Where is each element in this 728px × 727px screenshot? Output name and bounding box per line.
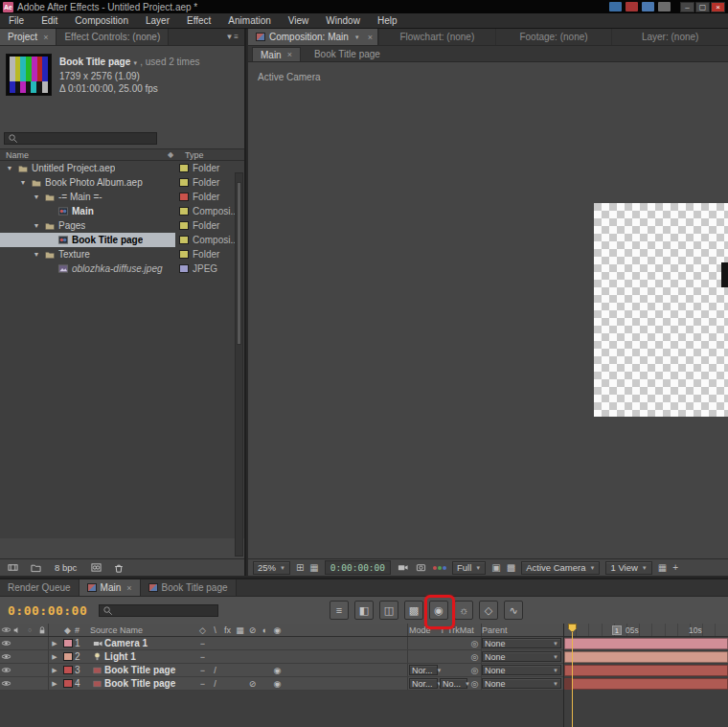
expander-icon[interactable]: ▼ bbox=[18, 179, 28, 186]
current-time-indicator[interactable] bbox=[572, 624, 573, 727]
transparent-canvas[interactable] bbox=[594, 203, 728, 417]
chevron-down-icon[interactable]: ▼ bbox=[354, 34, 360, 40]
project-item-row[interactable]: ▼Pages Folder bbox=[0, 218, 244, 233]
region-of-interest-icon[interactable]: ▣ bbox=[491, 563, 500, 573]
new-composition-icon[interactable] bbox=[88, 562, 103, 573]
expander-icon[interactable]: ▶ bbox=[49, 653, 60, 661]
project-item-row[interactable]: ▼Book Photo Album.aep Folder bbox=[0, 175, 244, 190]
layer-name[interactable]: Light 1 bbox=[104, 651, 196, 662]
chevron-down-icon[interactable]: ▼ bbox=[132, 60, 138, 66]
label-chip[interactable] bbox=[179, 250, 189, 259]
tab-timeline-book[interactable]: Book Title page bbox=[141, 579, 237, 596]
menu-layer[interactable]: Layer bbox=[137, 15, 178, 26]
eye-toggle[interactable] bbox=[0, 651, 12, 662]
snapshot-icon[interactable] bbox=[397, 562, 409, 573]
blend-mode-dropdown[interactable]: Nor...▼ bbox=[409, 678, 438, 689]
label-chip[interactable] bbox=[179, 264, 189, 273]
collapse-switch[interactable]: − bbox=[196, 679, 209, 689]
close-icon[interactable]: × bbox=[126, 583, 131, 593]
frame-blending-button[interactable]: ▩ bbox=[404, 601, 423, 620]
layer-row[interactable]: ▶ 1 Camera 1 − ◎ None▼ bbox=[0, 637, 563, 650]
menu-composition[interactable]: Composition bbox=[66, 15, 137, 26]
pickwhip-icon[interactable]: ◎ bbox=[468, 679, 481, 689]
label-column-icon[interactable]: ◆ bbox=[168, 150, 185, 159]
close-icon[interactable]: × bbox=[368, 33, 373, 42]
graph-editor-button[interactable]: ∿ bbox=[504, 601, 523, 620]
project-scrollbar[interactable] bbox=[235, 172, 243, 557]
fast-preview-icon[interactable]: + bbox=[672, 563, 678, 573]
pickwhip-icon[interactable]: ◎ bbox=[468, 639, 481, 648]
maximize-button[interactable]: ▢ bbox=[695, 2, 710, 12]
pickwhip-icon[interactable]: ◎ bbox=[468, 652, 481, 662]
transparency-grid-icon[interactable]: ▩ bbox=[507, 563, 515, 573]
parent-dropdown[interactable]: None▼ bbox=[482, 665, 561, 675]
layer-duration-bar[interactable] bbox=[564, 651, 728, 663]
label-chip[interactable] bbox=[179, 236, 189, 244]
layer-name[interactable]: Book Title page bbox=[104, 665, 196, 675]
tab-render-queue[interactable]: Render Queue bbox=[0, 579, 80, 596]
expander-icon[interactable]: ▶ bbox=[49, 667, 60, 674]
expander-icon[interactable]: ▼ bbox=[32, 193, 41, 200]
column-source-name[interactable]: Source Name bbox=[90, 625, 196, 635]
minimize-button[interactable]: – bbox=[680, 2, 694, 12]
lock-toggle[interactable] bbox=[35, 677, 49, 690]
layer-row[interactable]: ▶ 2 Light 1 − ◎ None▼ bbox=[0, 650, 563, 664]
project-item-row[interactable]: Main Composi... bbox=[0, 204, 244, 218]
eye-toggle[interactable] bbox=[0, 678, 12, 689]
hide-shy-layers-button[interactable]: ◫ bbox=[379, 601, 398, 620]
quality-switch[interactable]: / bbox=[209, 666, 221, 675]
layer-name[interactable]: Camera 1 bbox=[104, 638, 196, 648]
project-search-input[interactable] bbox=[4, 132, 157, 145]
camera-view-dropdown[interactable]: Active Camera▼ bbox=[521, 561, 600, 575]
layer-column-headers[interactable]: ○ ◆ # Source Name ◇ \ fx ▦ ⊘ ◐ ◉ bbox=[0, 624, 563, 637]
track-matte-dropdown[interactable]: No...▼ bbox=[440, 678, 467, 689]
project-column-headers[interactable]: Name ◆ Type bbox=[0, 148, 244, 161]
layer-label-chip[interactable] bbox=[63, 652, 73, 661]
label-column-icon[interactable]: ◆ bbox=[60, 625, 75, 635]
close-icon[interactable]: × bbox=[287, 50, 292, 59]
tab-layer[interactable]: Layer: (none) bbox=[611, 29, 728, 45]
menu-window[interactable]: Window bbox=[317, 15, 369, 26]
parent-dropdown[interactable]: None▼ bbox=[482, 638, 561, 648]
comp-mini-flowchart-button[interactable]: ≡ bbox=[330, 601, 349, 620]
menu-effect[interactable]: Effect bbox=[178, 15, 219, 26]
layer-duration-bar[interactable] bbox=[564, 638, 728, 649]
layer-label-chip[interactable] bbox=[63, 666, 73, 674]
viewer-timecode[interactable]: 0:00:00:00 bbox=[325, 560, 391, 575]
composition-viewport[interactable]: Active Camera bbox=[248, 62, 728, 558]
collapse-switch[interactable]: − bbox=[196, 666, 209, 675]
scrollbar-thumb[interactable] bbox=[237, 182, 241, 345]
show-snapshot-icon[interactable] bbox=[415, 562, 427, 573]
layer-row[interactable]: ▶ 3 Book Title page −/◉ Nor...▼ ◎ None▼ bbox=[0, 664, 563, 677]
bit-depth-button[interactable]: 8 bpc bbox=[51, 562, 80, 573]
project-item-row[interactable]: oblozhka-diffuse.jpeg JPEG bbox=[0, 261, 244, 276]
label-chip[interactable] bbox=[179, 221, 189, 230]
menu-help[interactable]: Help bbox=[369, 15, 406, 26]
tab-composition-main[interactable]: Composition: Main ▼ × bbox=[248, 29, 378, 45]
layer-row[interactable]: ▶ 4 Book Title page −/⊘◉ Nor...▼ No...▼ … bbox=[0, 677, 563, 691]
label-chip[interactable] bbox=[179, 178, 189, 187]
timeline-search-input[interactable] bbox=[99, 604, 218, 617]
label-chip[interactable] bbox=[179, 193, 189, 201]
expander-icon[interactable]: ▶ bbox=[49, 640, 60, 647]
lock-toggle[interactable] bbox=[35, 650, 49, 663]
interpret-footage-icon[interactable] bbox=[5, 562, 20, 573]
project-item-row-selected[interactable]: Book Title page Composi... bbox=[0, 233, 244, 247]
tab-footage[interactable]: Footage: (none) bbox=[495, 29, 612, 45]
current-time-display[interactable]: 0:00:00:00 bbox=[0, 603, 95, 618]
column-type[interactable]: Type bbox=[185, 150, 239, 160]
grid-icon[interactable]: ▦ bbox=[309, 563, 318, 573]
resolution-dropdown[interactable]: Full▼ bbox=[452, 561, 486, 575]
collapse-switch[interactable]: − bbox=[196, 639, 209, 648]
project-item-row[interactable]: ▼Untitled Project.aep Folder bbox=[0, 161, 244, 175]
close-button[interactable]: × bbox=[711, 2, 725, 12]
tab-project[interactable]: Project × bbox=[0, 29, 57, 45]
label-chip[interactable] bbox=[179, 207, 189, 216]
expander-icon[interactable]: ▶ bbox=[49, 680, 60, 688]
tab-timeline-main[interactable]: Main × bbox=[80, 579, 141, 596]
menu-edit[interactable]: Edit bbox=[33, 15, 66, 26]
layer-label-chip[interactable] bbox=[63, 679, 73, 688]
time-ruler[interactable]: 05s 10s 1 bbox=[564, 624, 728, 637]
project-item-row[interactable]: ▼Texture Folder bbox=[0, 247, 244, 261]
lock-toggle[interactable] bbox=[35, 664, 49, 676]
